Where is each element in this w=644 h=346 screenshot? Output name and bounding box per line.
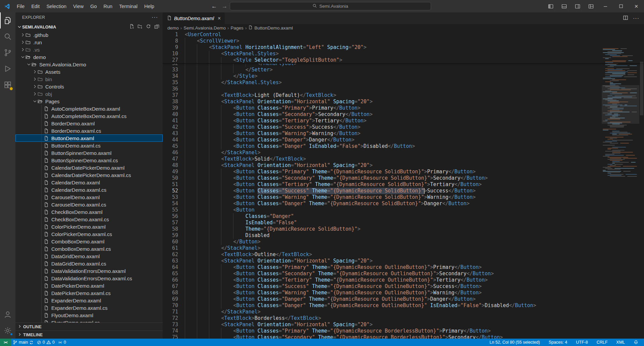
menu-run[interactable]: Run bbox=[100, 2, 116, 11]
code-line-73[interactable]: 73 <StackPanel Orientation="Horizontal" … bbox=[163, 322, 644, 328]
customize-layout-icon[interactable] bbox=[584, 0, 598, 12]
code-editor[interactable]: 32 </MenuFlyout>33 </Setter>34 </Style>3… bbox=[163, 32, 644, 339]
code-line-8[interactable]: 8 <ScrollViewer> bbox=[163, 38, 644, 44]
code-line-57[interactable]: 57 IsEnabled="False" bbox=[163, 220, 644, 226]
code-line-35[interactable]: 35 </StackPanel.Styles> bbox=[163, 79, 644, 86]
minimap[interactable] bbox=[602, 48, 639, 179]
branch-indicator[interactable]: main bbox=[11, 339, 35, 346]
toggle-panel-icon[interactable] bbox=[557, 0, 571, 12]
tree-file-checkboxdemo-axaml[interactable]: CheckBoxDemo.axaml bbox=[15, 208, 163, 216]
tree-file-expanderdemo-axaml-cs[interactable]: ExpanderDemo.axaml.cs bbox=[15, 304, 163, 311]
code-line-9[interactable]: 9 <StackPanel HorizontalAlignment="Left"… bbox=[163, 44, 644, 51]
chevron-down-icon[interactable] bbox=[20, 54, 25, 60]
chevron-right-icon[interactable] bbox=[32, 84, 38, 89]
tree-folder--run[interactable]: .run bbox=[15, 39, 163, 46]
code-line-50[interactable]: 50 <Button Classes="Secondary" Theme="{D… bbox=[163, 175, 644, 181]
notifications-bell-icon[interactable] bbox=[632, 339, 640, 346]
tree-file-datagriddemo-axaml-cs[interactable]: DataGridDemo.axaml.cs bbox=[15, 260, 163, 267]
split-editor-icon[interactable] bbox=[623, 15, 628, 22]
code-line-67[interactable]: 67 <Button Classes="Success" Theme="{Dyn… bbox=[163, 283, 644, 290]
timeline-section[interactable]: TIMELINE bbox=[15, 331, 163, 339]
tab-close-icon[interactable]: × bbox=[218, 15, 221, 21]
code-line-33[interactable]: 33 </Setter> bbox=[163, 67, 644, 73]
code-line-74[interactable]: 74 <Button Classes="Primary" Theme="{Dyn… bbox=[163, 328, 644, 334]
code-line-70[interactable]: 70 <Button Classes="Danger" Theme="{Dyna… bbox=[163, 302, 644, 309]
tree-file-datavalidationerrorsdemo-axaml[interactable]: DataValidationErrorsDemo.axaml bbox=[15, 267, 163, 275]
ports-indicator[interactable]: 0 bbox=[56, 339, 68, 346]
minimize-button[interactable] bbox=[598, 0, 613, 12]
tree-file-calendardemo-axaml-cs[interactable]: CalendarDemo.axaml.cs bbox=[15, 186, 163, 193]
code-line-69[interactable]: 69 <Button Classes="Danger" Theme="{Dyna… bbox=[163, 296, 644, 302]
breadcrumb-item-buttondemo-axaml[interactable]: ButtonDemo.axaml bbox=[248, 25, 293, 31]
code-line-66[interactable]: 66 <Button Classes="Tertiary" Theme="{Dy… bbox=[163, 277, 644, 283]
code-line-42[interactable]: 42 <Button Classes="Success">Success</Bu… bbox=[163, 124, 644, 130]
code-line-27[interactable]: 27 <Style Selector="ToggleSplitButton"> bbox=[163, 57, 644, 63]
close-button[interactable]: × bbox=[629, 0, 644, 12]
code-line-10[interactable]: 10 <StackPanel.Styles> bbox=[163, 51, 644, 57]
tree-file-calendardemo-axaml[interactable]: CalendarDemo.axaml bbox=[15, 179, 163, 186]
chevron-right-icon[interactable] bbox=[32, 91, 38, 97]
code-line-43[interactable]: 43 <Button Classes="Warning">Warning</Bu… bbox=[163, 130, 644, 137]
code-line-40[interactable]: 40 <Button Classes="Secondary">Secondary… bbox=[163, 111, 644, 118]
tree-folder-pages[interactable]: Pages bbox=[15, 98, 163, 105]
tree-file-datepickerdemo-axaml[interactable]: DatePickerDemo.axaml bbox=[15, 282, 163, 289]
tree-file-flyoutdemo-axaml[interactable]: FlyoutDemo.axaml bbox=[15, 311, 163, 319]
tree-file-autocompleteboxdemo-axaml-cs[interactable]: AutoCompleteBoxDemo.axaml.cs bbox=[15, 112, 163, 120]
code-line-36[interactable]: 36 bbox=[163, 86, 644, 92]
tree-folder-controls[interactable]: Controls bbox=[15, 83, 163, 90]
collapse-folders-icon[interactable] bbox=[154, 24, 159, 30]
tree-file-datepickerdemo-axaml-cs[interactable]: DatePickerDemo.axaml.cs bbox=[15, 289, 163, 297]
code-line-68[interactable]: 68 <Button Classes="Warning" Theme="{Dyn… bbox=[163, 290, 644, 296]
code-line-55[interactable]: 55 <Button bbox=[163, 207, 644, 213]
search-box[interactable]: Semi.Avalonia bbox=[230, 2, 431, 10]
tree-file-expanderdemo-axaml[interactable]: ExpanderDemo.axaml bbox=[15, 297, 163, 304]
maximize-button[interactable] bbox=[613, 0, 629, 12]
tree-folder-bin[interactable]: bin bbox=[15, 75, 163, 83]
more-actions-icon[interactable]: ··· bbox=[633, 15, 639, 21]
cursor-position[interactable]: Ln 52, Col 80 (55 selected) bbox=[488, 339, 542, 346]
outline-section[interactable]: OUTLINE bbox=[15, 323, 163, 331]
tree-file-datagriddemo-axaml[interactable]: DataGridDemo.axaml bbox=[15, 252, 163, 260]
code-line-49[interactable]: 49 <Button Classes="Primary" Theme="{Dyn… bbox=[163, 169, 644, 175]
problems-indicator[interactable]: 0 0 bbox=[35, 339, 56, 346]
language-indicator[interactable]: XML bbox=[614, 339, 627, 346]
code-line-64[interactable]: 64 <Button Classes="Primary" Theme="{Dyn… bbox=[163, 264, 644, 271]
menu-selection[interactable]: Selection bbox=[43, 2, 70, 11]
new-folder-icon[interactable] bbox=[138, 24, 143, 30]
menu-go[interactable]: Go bbox=[87, 2, 100, 11]
minimap-slider[interactable] bbox=[602, 85, 639, 124]
code-line-60[interactable]: 60 </Button> bbox=[163, 239, 644, 245]
chevron-down-icon[interactable] bbox=[32, 99, 38, 104]
tree-file-datavalidationerrorsdemo-axaml-cs[interactable]: DataValidationErrorsDemo.axaml.cs bbox=[15, 275, 163, 282]
chevron-right-icon[interactable] bbox=[20, 40, 25, 45]
menu-terminal[interactable]: Terminal bbox=[116, 2, 141, 11]
code-line-62[interactable]: 62 <TextBlock>Outline</TextBlock> bbox=[163, 251, 644, 258]
new-file-icon[interactable] bbox=[129, 24, 134, 30]
tab-buttondemo-axaml[interactable]: ButtonDemo.axaml × bbox=[163, 12, 225, 24]
tree-file-checkboxdemo-axaml-cs[interactable]: CheckBoxDemo.axaml.cs bbox=[15, 216, 163, 223]
code-line-54[interactable]: 54 <Button Classes="Danger" Theme="{Dyna… bbox=[163, 200, 644, 207]
tree-folder-demo[interactable]: demo bbox=[15, 53, 163, 61]
code-line-58[interactable]: 58 Theme="{DynamicResource SolidButton}"… bbox=[163, 226, 644, 232]
code-line-53[interactable]: 53 <Button Classes="Warning" Theme="{Dyn… bbox=[163, 194, 644, 200]
tree-file-colorpickerdemo-axaml-cs[interactable]: ColorPickerDemo.axaml.cs bbox=[15, 230, 163, 238]
activity-source-control-icon[interactable] bbox=[0, 45, 15, 61]
workspace-section-header[interactable]: SEMI.AVALONIA bbox=[15, 22, 163, 31]
code-line-72[interactable]: 72 <TextBlock>Borderless</TextBlock> bbox=[163, 315, 644, 322]
indentation-indicator[interactable]: Spaces: 4 bbox=[547, 339, 569, 346]
editor-scrollbar[interactable] bbox=[639, 51, 644, 339]
code-line-41[interactable]: 41 <Button Classes="Tertiary">Tertiary</… bbox=[163, 118, 644, 124]
code-line-45[interactable]: 45 <Button Classes="Danger" IsEnabled="F… bbox=[163, 143, 644, 150]
tree-file-buttondemo-axaml-cs[interactable]: ButtonDemo.axaml.cs bbox=[15, 142, 163, 149]
tree-file-autocompleteboxdemo-axaml[interactable]: AutoCompleteBoxDemo.axaml bbox=[15, 105, 163, 112]
toggle-secondary-sidebar-icon[interactable] bbox=[571, 0, 584, 12]
breadcrumb-item-demo[interactable]: demo bbox=[167, 25, 179, 31]
go-back-button[interactable]: ← bbox=[211, 3, 217, 10]
tree-file-comboboxdemo-axaml-cs[interactable]: ComboBoxDemo.axaml.cs bbox=[15, 245, 163, 252]
tree-file-borderdemo-axaml[interactable]: BorderDemo.axaml bbox=[15, 120, 163, 127]
tree-file-carouseldemo-axaml-cs[interactable]: CarouselDemo.axaml.cs bbox=[15, 201, 163, 208]
code-line-59[interactable]: 59 Disabled bbox=[163, 232, 644, 239]
refresh-icon[interactable] bbox=[146, 24, 151, 30]
code-line-63[interactable]: 63 <StackPanel Orientation="Horizontal" … bbox=[163, 258, 644, 264]
chevron-right-icon[interactable] bbox=[20, 47, 25, 52]
